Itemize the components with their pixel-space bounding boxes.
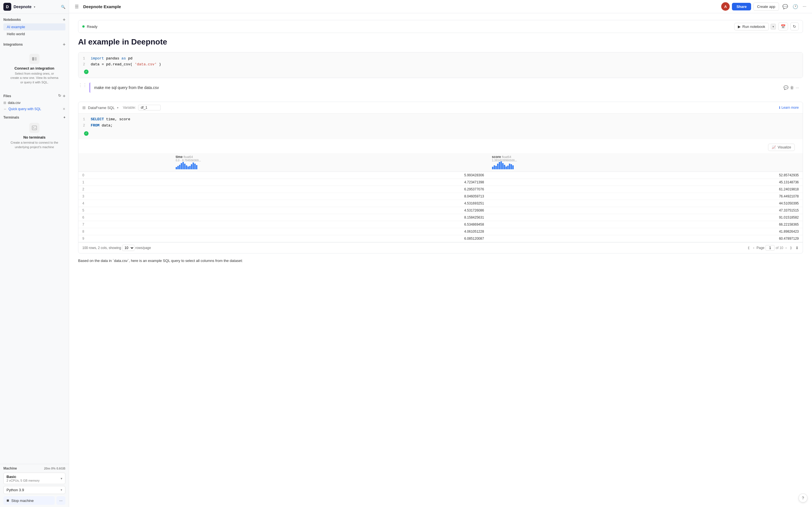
- app-logo[interactable]: D: [3, 3, 11, 11]
- refresh-button[interactable]: ↻: [790, 22, 799, 31]
- add-terminal-icon[interactable]: +: [63, 115, 65, 119]
- cell-success-icon: ✓: [84, 69, 89, 74]
- share-button[interactable]: Share: [732, 3, 751, 10]
- code-content-1[interactable]: 1 import pandas as pd 2 data = pd.read_c…: [79, 52, 803, 78]
- row-index: 4: [79, 200, 172, 207]
- hamburger-menu-button[interactable]: ☰: [73, 3, 80, 10]
- sidebar-item-hello-world[interactable]: Hello world: [3, 31, 65, 38]
- ai-comment-button[interactable]: 💬: [783, 86, 788, 90]
- sql-line-1: 1 SELECT time, score: [83, 116, 798, 122]
- comments-icon: 💬: [782, 4, 788, 9]
- ai-more-button[interactable]: ···: [796, 86, 799, 90]
- page-total: of 10: [776, 246, 783, 250]
- page-input[interactable]: [765, 245, 774, 251]
- df-icon: ⊞: [82, 105, 86, 110]
- integrations-label: Integrations: [3, 43, 23, 47]
- files-section-header[interactable]: Files ↻ +: [3, 93, 65, 100]
- no-terminals-desc: Create a terminal to connect to the unde…: [7, 140, 62, 149]
- variable-input[interactable]: [138, 105, 161, 110]
- calendar-icon: 📅: [781, 24, 785, 29]
- run-options-button[interactable]: ▾: [770, 24, 776, 30]
- top-bar-actions: A Share Create app 💬 🕐 ···: [721, 2, 808, 11]
- user-avatar[interactable]: A: [721, 2, 730, 11]
- row-score: 47.33751515: [488, 207, 803, 214]
- file-item-data-csv[interactable]: ⊞ data.csv: [3, 100, 65, 106]
- machine-chevron-icon: ▾: [61, 476, 62, 481]
- rows-info: 100 rows, 2 cols, showing 10 25 50 rows/…: [82, 245, 744, 251]
- more-options-button[interactable]: ···: [802, 3, 808, 10]
- app-name: Deepnote: [13, 4, 32, 9]
- notebooks-section: Notebooks + AI example Hello world: [0, 14, 69, 39]
- main-content: ☰ Deepnote Example A Share Create app 💬 …: [69, 0, 812, 507]
- machine-more-button[interactable]: ···: [56, 496, 65, 505]
- machine-section-header: Machine 20m 0% 0.6GB: [3, 466, 65, 470]
- add-notebook-icon[interactable]: +: [63, 17, 65, 22]
- ai-response-text: Based on the data in `data.csv`, here is…: [78, 258, 803, 264]
- row-index: 0: [79, 172, 172, 179]
- files-section: Files ↻ + ⊞ data.csv ↔ Quick query with …: [0, 91, 69, 113]
- python-version-selector[interactable]: Python 3.9 ▾: [3, 486, 65, 494]
- table-row: 2 6.295377076 61.24019818: [79, 186, 803, 193]
- svg-rect-0: [32, 57, 34, 61]
- row-score: 41.89826423: [488, 228, 803, 235]
- add-file-icon[interactable]: +: [63, 94, 65, 99]
- help-button[interactable]: ?: [799, 494, 808, 503]
- notebooks-section-header[interactable]: Notebooks +: [3, 16, 65, 23]
- schedule-button[interactable]: 📅: [778, 22, 788, 31]
- per-page-select[interactable]: 10 25 50: [122, 245, 135, 251]
- machine-name: Basic: [6, 474, 40, 479]
- df-type-label[interactable]: DataFrame SQL: [88, 106, 115, 110]
- search-icon[interactable]: 🔍: [61, 5, 65, 9]
- table-footer: 100 rows, 2 cols, showing 10 25 50 rows/…: [79, 242, 803, 253]
- learn-more-button[interactable]: ℹ Learn more: [779, 106, 799, 110]
- download-button[interactable]: ⬇: [795, 245, 799, 250]
- table-row: 0 5.993428306 52.85742935: [79, 172, 803, 179]
- row-time: 4.061051228: [172, 228, 488, 235]
- cell-drag-handle[interactable]: ⋮⋮: [78, 82, 89, 88]
- svg-rect-1: [35, 57, 37, 61]
- next-page-button[interactable]: ›: [784, 245, 788, 250]
- row-time: 4.531693251: [172, 200, 488, 207]
- ai-prompt-cell[interactable]: make me sql query from the data.csv 💬 🗑 …: [89, 82, 803, 93]
- ai-prompt-container: ⋮⋮ make me sql query from the data.csv 💬…: [78, 82, 803, 97]
- add-integration-icon[interactable]: +: [63, 42, 65, 47]
- run-notebook-button[interactable]: ▶ Run notebook: [734, 23, 769, 31]
- machine-type-selector[interactable]: Basic 2 vCPUs, 5 GB memory ▾: [3, 473, 65, 484]
- remove-quick-query-icon[interactable]: ✕: [63, 107, 65, 111]
- prev-page-button[interactable]: ‹: [752, 245, 755, 250]
- row-time: 6.534869458: [172, 221, 488, 228]
- connect-integration-desc: Select from existing ones, or create a n…: [10, 71, 59, 84]
- create-app-button[interactable]: Create app: [753, 3, 779, 11]
- row-index: 9: [79, 235, 172, 242]
- df-code-content[interactable]: 1 SELECT time, score 2 FROM data; ✓: [79, 114, 803, 139]
- terminals-section: Terminals + No terminals Create a termin…: [0, 113, 69, 155]
- sidebar-header: D Deepnote ▾ 🔍: [0, 0, 69, 14]
- last-page-button[interactable]: ⟫: [789, 245, 793, 250]
- row-time: 8.046059713: [172, 193, 488, 200]
- row-index: 6: [79, 214, 172, 221]
- first-page-button[interactable]: ⟪: [747, 245, 751, 250]
- row-time: 5.993428306: [172, 172, 488, 179]
- table-row: 1 4.723471398 45.13148736: [79, 179, 803, 186]
- python-chevron-icon: ▾: [61, 488, 62, 492]
- row-index: 3: [79, 193, 172, 200]
- ai-delete-button[interactable]: 🗑: [790, 86, 794, 90]
- machine-label: Machine: [3, 466, 17, 470]
- quick-query-item[interactable]: ↔ Quick query with SQL ✕: [3, 106, 65, 112]
- terminals-section-header: Terminals +: [3, 115, 65, 119]
- df-chevron-icon[interactable]: ▾: [117, 106, 118, 109]
- play-icon: ▶: [738, 24, 741, 29]
- quick-query-label: Quick query with SQL: [8, 107, 41, 111]
- code-cell-1: 1 import pandas as pd 2 data = pd.read_c…: [78, 52, 803, 78]
- integrations-section-header[interactable]: Integrations +: [3, 41, 65, 48]
- sidebar-item-ai-example[interactable]: AI example: [3, 23, 65, 31]
- app-chevron-icon[interactable]: ▾: [34, 5, 35, 8]
- history-button[interactable]: 🕐: [792, 3, 799, 10]
- stop-machine-button[interactable]: ⏹ Stop machine: [3, 496, 55, 505]
- refresh-files-icon[interactable]: ↻: [58, 94, 61, 99]
- more-icon: ···: [59, 498, 63, 503]
- comments-button[interactable]: 💬: [781, 3, 789, 10]
- visualize-button[interactable]: 📈 Visualize: [768, 144, 795, 151]
- variable-label: Variable:: [123, 106, 136, 110]
- csv-file-icon: ⊞: [3, 101, 6, 105]
